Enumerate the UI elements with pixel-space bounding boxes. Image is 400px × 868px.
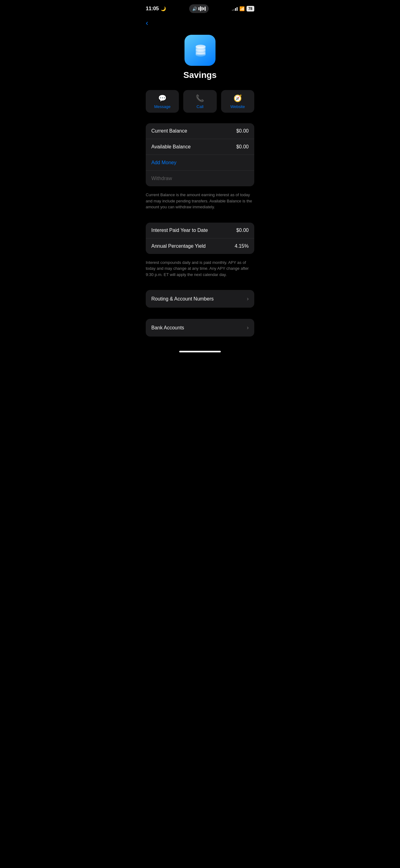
volume-pill: 🔊 <box>189 4 209 13</box>
bank-accounts-row[interactable]: Bank Accounts › <box>146 319 254 337</box>
balance-card: Current Balance $0.00 Available Balance … <box>146 123 254 186</box>
withdraw-row: Withdraw <box>146 171 254 186</box>
interest-paid-row: Interest Paid Year to Date $0.00 <box>146 223 254 239</box>
signal-bar-2 <box>233 9 234 11</box>
signal-bar-1 <box>232 10 233 11</box>
audio-bar-4 <box>203 7 204 10</box>
back-button[interactable]: ‹ <box>139 16 261 29</box>
message-button[interactable]: 💬 Message <box>146 90 179 113</box>
available-balance-value: $0.00 <box>236 144 249 150</box>
routing-chevron-icon: › <box>247 296 249 302</box>
routing-account-card[interactable]: Routing & Account Numbers › <box>146 290 254 308</box>
audio-bar-2 <box>200 6 201 11</box>
interest-footer-text: Interest compounds daily and is paid mon… <box>139 257 261 282</box>
status-left: 11:05 🌙 <box>146 6 166 12</box>
volume-icon: 🔊 <box>192 6 197 11</box>
battery-indicator: 78 <box>246 6 254 11</box>
app-icon <box>185 35 215 66</box>
current-balance-value: $0.00 <box>236 128 249 134</box>
action-buttons-row: 💬 Message 📞 Call 🧭 Website <box>139 85 261 118</box>
current-balance-label: Current Balance <box>151 128 187 134</box>
bank-chevron-icon: › <box>247 324 249 331</box>
audio-bar-3 <box>202 7 202 10</box>
cellular-signal <box>232 6 237 11</box>
message-label: Message <box>154 104 171 109</box>
status-center: 🔊 <box>189 4 209 13</box>
home-indicator <box>139 345 261 355</box>
add-money-row[interactable]: Add Money <box>146 155 254 171</box>
website-label: Website <box>230 104 245 109</box>
available-balance-label: Available Balance <box>151 144 191 150</box>
balance-footer-text: Current Balance is the amount earning in… <box>139 189 261 215</box>
home-bar <box>179 351 221 352</box>
website-button[interactable]: 🧭 Website <box>221 90 254 113</box>
call-icon: 📞 <box>196 94 204 102</box>
add-money-label[interactable]: Add Money <box>151 160 176 165</box>
message-icon: 💬 <box>158 94 167 102</box>
routing-account-label: Routing & Account Numbers <box>151 296 214 302</box>
call-button[interactable]: 📞 Call <box>183 90 216 113</box>
svg-point-8 <box>196 45 206 49</box>
back-chevron-icon[interactable]: ‹ <box>146 19 148 27</box>
status-bar: 11:05 🌙 🔊 📶 78 <box>139 0 261 16</box>
signal-bar-4 <box>237 7 237 11</box>
apy-value: 4.15% <box>235 243 249 249</box>
call-label: Call <box>197 104 203 109</box>
bank-accounts-label: Bank Accounts <box>151 325 184 331</box>
withdraw-label: Withdraw <box>151 176 172 181</box>
interest-card: Interest Paid Year to Date $0.00 Annual … <box>146 223 254 254</box>
app-header: Savings <box>139 29 261 85</box>
app-title: Savings <box>183 70 216 80</box>
bank-accounts-card[interactable]: Bank Accounts › <box>146 319 254 337</box>
available-balance-row: Available Balance $0.00 <box>146 139 254 155</box>
current-balance-row: Current Balance $0.00 <box>146 123 254 139</box>
audio-bar-5 <box>205 6 206 11</box>
website-icon: 🧭 <box>233 94 242 102</box>
status-time: 11:05 <box>146 6 159 12</box>
apy-label: Annual Percentage Yield <box>151 243 206 249</box>
apy-row: Annual Percentage Yield 4.15% <box>146 239 254 254</box>
wifi-icon: 📶 <box>239 6 245 11</box>
interest-paid-value: $0.00 <box>236 227 249 233</box>
routing-account-row[interactable]: Routing & Account Numbers › <box>146 290 254 308</box>
audio-bars <box>198 6 206 11</box>
coins-icon <box>191 41 209 60</box>
status-right: 📶 78 <box>232 6 254 11</box>
interest-paid-label: Interest Paid Year to Date <box>151 227 208 233</box>
moon-icon: 🌙 <box>161 6 166 11</box>
audio-bar-1 <box>198 7 199 10</box>
signal-bar-3 <box>235 8 236 11</box>
